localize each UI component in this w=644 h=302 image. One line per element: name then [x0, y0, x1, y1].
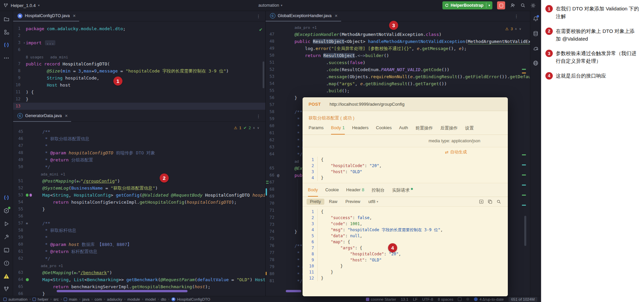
- code-line[interactable]: 49 log.error("[全局异常处理] [参数校验不通过]{}", e.g…: [266, 45, 530, 52]
- tab-Auth[interactable]: Auth: [399, 125, 408, 135]
- line-number[interactable]: 75: [266, 235, 276, 242]
- tab-Header[interactable]: Header8: [346, 187, 364, 197]
- code-line[interactable]: 54 return hospitalConfigServiceImpl.getH…: [13, 199, 265, 206]
- tab-options-kebab-icon[interactable]: ⋮: [256, 14, 261, 19]
- code-line[interactable]: 55 .build();: [266, 87, 530, 94]
- code-line[interactable]: ada_mini +1: [13, 170, 265, 178]
- breadcrumb-item[interactable]: RHospitalConfigDTO: [171, 297, 210, 301]
- code-line[interactable]: 59 *: [13, 234, 265, 241]
- code-line[interactable]: 47 *: [13, 142, 265, 149]
- code-line[interactable]: 62 */: [13, 255, 265, 262]
- status-item[interactable]: coonne Starter: [366, 297, 396, 301]
- json-line[interactable]: 12}: [303, 275, 508, 281]
- line-number[interactable]: 51: [13, 178, 24, 185]
- search-icon[interactable]: [496, 199, 501, 204]
- code-line[interactable]: 52 @SystemLog(BusinessName = "获取分组器配置信息"…: [13, 185, 265, 192]
- add-user-button[interactable]: [510, 3, 516, 8]
- line-number[interactable]: 65: [266, 165, 276, 172]
- stripe-mark[interactable]: [522, 154, 526, 155]
- tab-前置操作[interactable]: 前置操作: [416, 125, 433, 135]
- tab-Cookies[interactable]: Cookies: [376, 125, 392, 135]
- request-url-bar[interactable]: POST http://localhost:9999/aden/groupCon…: [303, 97, 508, 111]
- breadcrumb-item[interactable]: dto: [161, 297, 166, 301]
- line-number[interactable]: 76: [266, 242, 276, 249]
- gutter-icon[interactable]: [26, 194, 29, 197]
- line-number[interactable]: 59: [266, 115, 276, 122]
- stripe-mark[interactable]: [522, 164, 526, 165]
- tab-hospitalconfigdto[interactable]: R HospitalConfigDTO.java ✕: [13, 11, 79, 21]
- json-line[interactable]: 2 "hospitalCode": "20",: [303, 163, 508, 169]
- close-icon[interactable]: ✕: [65, 114, 68, 118]
- rest-client-secondary-icon[interactable]: [3, 194, 10, 201]
- code-line[interactable]: 50 return ResultObject.<~>builder(): [266, 52, 530, 59]
- breadcrumb-item[interactable]: src: [54, 297, 59, 301]
- line-number[interactable]: [13, 170, 24, 178]
- horizontal-scrollbar[interactable]: [57, 290, 187, 292]
- line-number[interactable]: [266, 158, 276, 165]
- line-number[interactable]: 50: [13, 163, 24, 170]
- code-line[interactable]: ada_pro +1: [13, 262, 265, 269]
- code-line[interactable]: 3›import ...: [13, 39, 265, 46]
- search-icon[interactable]: [520, 3, 526, 8]
- line-number[interactable]: 62: [266, 137, 276, 144]
- close-icon[interactable]: ✕: [335, 14, 338, 18]
- gutter-icon[interactable]: ›: [23, 39, 25, 46]
- line-number[interactable]: 65: [13, 283, 24, 290]
- stripe-mark[interactable]: [522, 174, 526, 175]
- line-number[interactable]: 58: [13, 227, 24, 234]
- warnings-tool-icon[interactable]: [3, 272, 10, 280]
- json-line[interactable]: 10 }: [303, 263, 508, 269]
- json-line[interactable]: 6 "map": {: [303, 239, 508, 245]
- line-number[interactable]: 61: [266, 130, 276, 137]
- code-line[interactable]: 49 * @return 分组器配置: [13, 156, 265, 163]
- view-chip-Raw[interactable]: Raw: [326, 199, 341, 205]
- line-number[interactable]: 60: [266, 122, 276, 130]
- gutter-icon[interactable]: [26, 278, 29, 281]
- code-line[interactable]: 8 @Size(min = 3,max=9,message = "hospita…: [13, 67, 265, 74]
- line-number[interactable]: 60: [13, 241, 24, 248]
- gutter-icon[interactable]: ≡: [26, 220, 28, 227]
- settings-gear-icon[interactable]: [530, 3, 536, 8]
- breadcrumb[interactable]: automation›helper›src›main›java›com›adal…: [0, 297, 210, 301]
- code-line[interactable]: 51 .success(false): [266, 59, 530, 66]
- line-number[interactable]: 56: [266, 94, 276, 101]
- line-number[interactable]: 73: [266, 221, 276, 228]
- code-line[interactable]: 45 /**: [13, 128, 265, 135]
- line-number[interactable]: 77: [266, 249, 276, 256]
- status-item[interactable]: UTF-8: [422, 297, 433, 301]
- json-line[interactable]: 1{: [303, 157, 508, 163]
- breadcrumb-item[interactable]: helper: [33, 297, 48, 301]
- tab-Cookie[interactable]: Cookie: [325, 187, 339, 197]
- code-line[interactable]: 12}: [13, 96, 265, 103]
- json-line[interactable]: 4}: [303, 175, 508, 181]
- line-number[interactable]: 57: [266, 101, 276, 108]
- line-number[interactable]: 55: [13, 206, 24, 213]
- status-item[interactable]: [458, 297, 462, 301]
- project-widget[interactable]: Helper_1.0.4 ▾: [0, 3, 40, 8]
- line-number[interactable]: 52: [13, 185, 24, 192]
- breadcrumb-item[interactable]: com: [95, 297, 102, 301]
- code-line[interactable]: 56: [13, 213, 265, 220]
- code-line[interactable]: 13: [13, 103, 265, 110]
- line-number[interactable]: 11: [13, 89, 22, 96]
- tab-generatordata[interactable]: C GeneratorData.java ✕: [13, 110, 71, 122]
- json-line[interactable]: 2 "success": false,: [303, 215, 508, 221]
- breadcrumb-item[interactable]: module: [127, 297, 140, 301]
- project-tool-icon[interactable]: [3, 15, 10, 22]
- line-number[interactable]: 59: [13, 234, 24, 241]
- line-number[interactable]: 78: [266, 256, 276, 263]
- line-number[interactable]: 10: [13, 82, 22, 89]
- line-number[interactable]: 57: [13, 220, 24, 227]
- tab-Params[interactable]: Params: [309, 125, 324, 135]
- code-line[interactable]: 9 String hospitalCode,: [13, 74, 265, 82]
- status-item[interactable]: 13.1: [401, 297, 408, 301]
- line-number[interactable]: 74: [266, 228, 276, 235]
- line-number[interactable]: 47: [13, 142, 24, 149]
- line-number[interactable]: 54: [266, 80, 276, 87]
- stop-button[interactable]: [497, 1, 505, 9]
- database-tool-icon[interactable]: [532, 30, 539, 37]
- breadcrumb-item[interactable]: java: [83, 297, 90, 301]
- line-number[interactable]: 1: [13, 25, 22, 32]
- build-tool-icon[interactable]: [3, 233, 10, 241]
- status-widgets[interactable]: coonne Starter13.1LFUTF-88 spaces4 Δ/up-…: [366, 297, 541, 302]
